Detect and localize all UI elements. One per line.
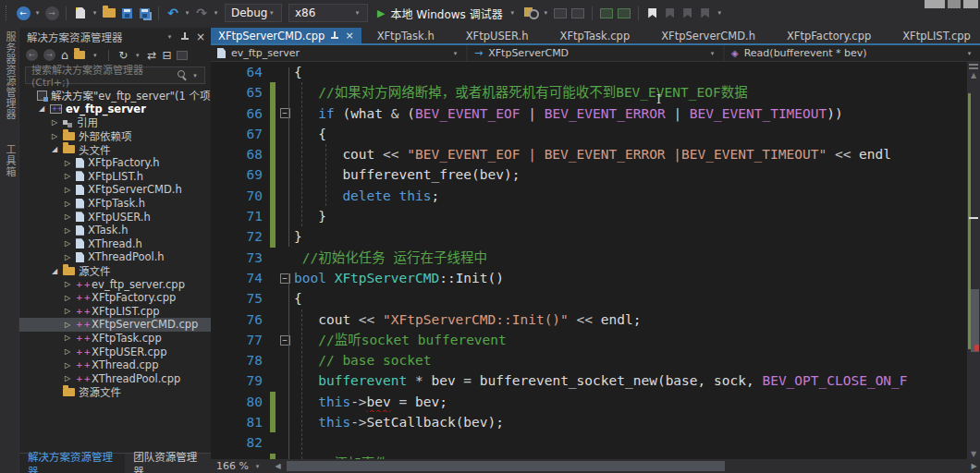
tree-item-头文件[interactable]: ◢头文件 <box>19 142 211 156</box>
expand-arrow-icon[interactable]: ▷ <box>63 226 72 235</box>
expand-arrow-icon[interactable]: ▷ <box>63 239 72 248</box>
chevron-down-icon[interactable]: ▾ <box>133 52 141 59</box>
forward-icon[interactable]: → <box>43 49 55 61</box>
tree-item-解决方案"ev_ftp_server"(1 个项目)[interactable]: 解决方案"ev_ftp_server"(1 个项目) <box>19 89 211 103</box>
toggle-bookmark-button[interactable] <box>645 5 660 21</box>
project-dropdown[interactable]: ev_ftp_server ▾ <box>211 45 466 61</box>
expand-arrow-icon[interactable]: ▷ <box>63 172 72 180</box>
vertical-scrollbar[interactable]: ▲ ▼ <box>967 62 980 459</box>
code-text[interactable]: delete this; <box>294 186 967 206</box>
prev-bookmark-button[interactable] <box>663 5 678 21</box>
toolbar-button[interactable] <box>553 5 568 21</box>
chevron-down-icon[interactable]: ▾ <box>91 9 99 17</box>
code-text[interactable]: cout << "BEV_EVENT_EOF | BEV_EVENT_ERROR… <box>294 144 967 164</box>
tree-item-外部依赖项[interactable]: ▷外部依赖项 <box>19 129 211 143</box>
member-dropdown[interactable]: ◈ Read(bufferevent * bev) ▾ <box>725 45 980 61</box>
expand-arrow-icon[interactable]: ▷ <box>63 334 72 342</box>
code-text[interactable]: //监听socket bufferevent <box>294 330 967 350</box>
toolbar-grip[interactable] <box>6 6 9 20</box>
code-text[interactable]: if (what & (BEV_EVENT_EOF | BEV_EVENT_ER… <box>294 103 967 124</box>
navigate-back-button[interactable]: ← <box>16 5 31 21</box>
expand-arrow-icon[interactable]: ▷ <box>63 321 72 329</box>
tree-item-XFtpServerCMD.cpp[interactable]: ▷++XFtpServerCMD.cpp <box>19 318 211 332</box>
tab-XFtpTask.cpp[interactable]: XFtpTask.cpp <box>545 28 646 43</box>
switch-views-icon[interactable] <box>74 51 85 59</box>
tree-item-XFtpUSER.cpp[interactable]: ▷++XFtpUSER.cpp <box>19 345 211 358</box>
tree-item-XFtpFactory.h[interactable]: ▷XFtpFactory.h <box>19 156 211 170</box>
code-text[interactable]: this->bev = bev; <box>294 392 967 412</box>
split-editor-handle[interactable] <box>969 64 978 69</box>
start-debugging-button[interactable]: ▶ 本地 Windows 调试器 ▾ <box>373 6 521 21</box>
toolbar-button[interactable] <box>570 5 585 21</box>
panel-tab-团队资源管理器[interactable]: 团队资源管理器 <box>125 454 211 473</box>
expand-arrow-icon[interactable]: ◢ <box>50 145 59 153</box>
expand-arrow-icon[interactable]: ◢ <box>50 267 59 275</box>
tree-item-源文件[interactable]: ◢源文件 <box>19 264 211 278</box>
code-text[interactable]: } <box>294 206 967 226</box>
tree-item-XFtpTask.cpp[interactable]: ▷++XFtpTask.cpp <box>19 332 211 346</box>
open-file-button[interactable] <box>102 5 116 21</box>
scroll-up-icon[interactable]: ▲ <box>967 71 980 79</box>
save-all-button[interactable] <box>137 5 152 21</box>
code-text[interactable]: bool XFtpServerCMD::Init() <box>294 268 967 288</box>
pending-changes-icon[interactable]: ↻ <box>118 49 128 62</box>
chevron-down-icon[interactable]: ▾ <box>212 9 220 17</box>
tab-XFtpUSER.h[interactable]: XFtpUSER.h <box>450 28 545 43</box>
tree-item-XFtpFactory.cpp[interactable]: ▷++XFtpFactory.cpp <box>19 291 211 305</box>
scrollbar-thumb[interactable] <box>971 289 979 352</box>
save-button[interactable] <box>119 5 134 21</box>
close-icon[interactable]: × <box>345 30 353 42</box>
tree-item-XFtpServerCMD.h[interactable]: ▷XFtpServerCMD.h <box>19 183 211 197</box>
tree-item-引用[interactable]: ▷引用 <box>19 115 211 129</box>
expand-arrow-icon[interactable]: ▷ <box>63 294 72 302</box>
tree-item-XThread.cpp[interactable]: ▷++XThread.cpp <box>19 358 211 372</box>
toolbox-tab[interactable]: 工具箱 <box>2 144 17 177</box>
preview-selected-icon[interactable] <box>177 51 188 60</box>
tree-item-XThreadPool.h[interactable]: ▷XThreadPool.h <box>19 250 211 264</box>
clear-bookmarks-button[interactable] <box>698 5 713 21</box>
code-editor[interactable]: 64{65 //如果对方网络断掉，或者机器死机有可能收不到BEV_EVENT_E… <box>211 62 967 459</box>
redo-button[interactable]: ↷ <box>194 5 209 21</box>
collapse-all-icon[interactable]: ⊟ <box>162 49 171 62</box>
tree-item-XFtpTask.h[interactable]: ▷XFtpTask.h <box>19 197 211 211</box>
tab-XFtpTask.h[interactable]: XFtpTask.h <box>361 28 450 43</box>
tree-item-XThreadPool.cpp[interactable]: ▷++XThreadPool.cpp <box>19 371 211 385</box>
scroll-left-icon[interactable]: ◀ <box>272 462 284 470</box>
server-explorer-tab[interactable]: 服务器资源管理器 <box>2 31 17 120</box>
expand-arrow-icon[interactable]: ▷ <box>63 374 72 382</box>
expand-arrow-icon[interactable]: ▷ <box>63 212 72 221</box>
undo-button[interactable]: ↶ <box>165 5 180 21</box>
tree-item-ev_ftp_server[interactable]: ◢ev_ftp_server <box>19 103 211 116</box>
chevron-down-icon[interactable]: ▾ <box>33 9 42 17</box>
chevron-down-icon[interactable]: ▾ <box>716 9 724 17</box>
scroll-right-icon[interactable]: ▶ <box>968 462 980 470</box>
code-text[interactable]: { <box>294 288 967 309</box>
solution-platform-dropdown[interactable]: x86 ▾ <box>288 4 368 22</box>
tree-item-XThread.h[interactable]: ▷XThread.h <box>19 237 211 251</box>
tree-item-XFtpLIST.h[interactable]: ▷XFtpLIST.h <box>19 170 211 184</box>
tree-item-XTask.h[interactable]: ▷XTask.h <box>19 224 211 237</box>
chevron-down-icon[interactable]: ▾ <box>191 72 199 79</box>
expand-arrow-icon[interactable]: ▷ <box>63 159 72 167</box>
tab-XFtpServerCMD.cpp[interactable]: XFtpServerCMD.cpp× <box>211 28 361 43</box>
scrollbar-thumb[interactable] <box>287 461 725 471</box>
expand-arrow-icon[interactable]: ▷ <box>63 347 72 356</box>
close-icon[interactable]: × <box>196 32 205 42</box>
chevron-down-icon[interactable]: ▾ <box>183 9 191 17</box>
chevron-down-icon[interactable]: ▾ <box>91 52 99 59</box>
code-text[interactable] <box>294 432 967 453</box>
type-dropdown[interactable]: → XFtpServerCMD ▾ <box>468 45 723 61</box>
solution-configuration-dropdown[interactable]: Debug ▾ <box>225 4 282 22</box>
code-text[interactable]: bufferevent * bev = bufferevent_socket_n… <box>294 370 967 391</box>
next-bookmark-button[interactable] <box>680 5 695 21</box>
expand-arrow-icon[interactable]: ▷ <box>63 361 72 370</box>
code-text[interactable]: { <box>294 62 967 82</box>
code-text[interactable]: } <box>294 226 967 247</box>
tree-item-资源文件[interactable]: 资源文件 <box>19 385 211 399</box>
new-project-button[interactable] <box>73 5 88 21</box>
toolbar-button[interactable] <box>599 5 614 21</box>
tree-item-XFtpLIST.cpp[interactable]: ▷++XFtpLIST.cpp <box>19 305 211 319</box>
horizontal-scrollbar[interactable] <box>284 459 968 473</box>
tree-item-XFtpUSER.h[interactable]: ▷XFtpUSER.h <box>19 210 211 224</box>
solution-search-input[interactable]: 搜索解决方案资源管理器(Ctrl+;) ▾ <box>25 67 205 84</box>
